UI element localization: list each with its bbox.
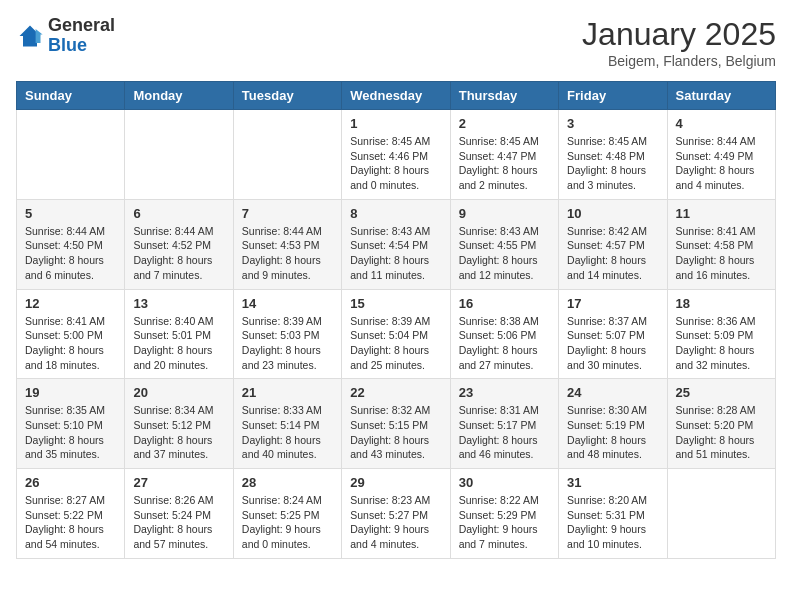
day-info: Sunrise: 8:43 AM Sunset: 4:55 PM Dayligh… bbox=[459, 224, 550, 283]
day-info: Sunrise: 8:20 AM Sunset: 5:31 PM Dayligh… bbox=[567, 493, 658, 552]
day-number: 18 bbox=[676, 296, 767, 311]
logo: General Blue bbox=[16, 16, 115, 56]
calendar-cell: 31Sunrise: 8:20 AM Sunset: 5:31 PM Dayli… bbox=[559, 469, 667, 559]
weekday-header-monday: Monday bbox=[125, 82, 233, 110]
day-number: 28 bbox=[242, 475, 333, 490]
calendar-week-1: 1Sunrise: 8:45 AM Sunset: 4:46 PM Daylig… bbox=[17, 110, 776, 200]
day-info: Sunrise: 8:45 AM Sunset: 4:48 PM Dayligh… bbox=[567, 134, 658, 193]
calendar-cell: 9Sunrise: 8:43 AM Sunset: 4:55 PM Daylig… bbox=[450, 199, 558, 289]
day-number: 12 bbox=[25, 296, 116, 311]
day-number: 11 bbox=[676, 206, 767, 221]
calendar-cell: 30Sunrise: 8:22 AM Sunset: 5:29 PM Dayli… bbox=[450, 469, 558, 559]
day-number: 15 bbox=[350, 296, 441, 311]
day-info: Sunrise: 8:40 AM Sunset: 5:01 PM Dayligh… bbox=[133, 314, 224, 373]
day-number: 27 bbox=[133, 475, 224, 490]
calendar-cell: 3Sunrise: 8:45 AM Sunset: 4:48 PM Daylig… bbox=[559, 110, 667, 200]
day-number: 19 bbox=[25, 385, 116, 400]
day-number: 30 bbox=[459, 475, 550, 490]
calendar-cell bbox=[233, 110, 341, 200]
day-number: 4 bbox=[676, 116, 767, 131]
calendar-cell: 19Sunrise: 8:35 AM Sunset: 5:10 PM Dayli… bbox=[17, 379, 125, 469]
calendar-cell: 2Sunrise: 8:45 AM Sunset: 4:47 PM Daylig… bbox=[450, 110, 558, 200]
day-number: 13 bbox=[133, 296, 224, 311]
calendar-week-2: 5Sunrise: 8:44 AM Sunset: 4:50 PM Daylig… bbox=[17, 199, 776, 289]
logo-icon bbox=[16, 22, 44, 50]
day-number: 1 bbox=[350, 116, 441, 131]
calendar-cell: 25Sunrise: 8:28 AM Sunset: 5:20 PM Dayli… bbox=[667, 379, 775, 469]
calendar-cell: 12Sunrise: 8:41 AM Sunset: 5:00 PM Dayli… bbox=[17, 289, 125, 379]
day-info: Sunrise: 8:33 AM Sunset: 5:14 PM Dayligh… bbox=[242, 403, 333, 462]
logo-general-text: General bbox=[48, 16, 115, 36]
calendar-cell: 15Sunrise: 8:39 AM Sunset: 5:04 PM Dayli… bbox=[342, 289, 450, 379]
calendar-cell bbox=[667, 469, 775, 559]
calendar-cell: 24Sunrise: 8:30 AM Sunset: 5:19 PM Dayli… bbox=[559, 379, 667, 469]
day-number: 23 bbox=[459, 385, 550, 400]
day-number: 8 bbox=[350, 206, 441, 221]
calendar-cell: 16Sunrise: 8:38 AM Sunset: 5:06 PM Dayli… bbox=[450, 289, 558, 379]
calendar-cell: 23Sunrise: 8:31 AM Sunset: 5:17 PM Dayli… bbox=[450, 379, 558, 469]
calendar-cell: 27Sunrise: 8:26 AM Sunset: 5:24 PM Dayli… bbox=[125, 469, 233, 559]
calendar-table: SundayMondayTuesdayWednesdayThursdayFrid… bbox=[16, 81, 776, 559]
day-info: Sunrise: 8:44 AM Sunset: 4:52 PM Dayligh… bbox=[133, 224, 224, 283]
day-number: 14 bbox=[242, 296, 333, 311]
day-number: 6 bbox=[133, 206, 224, 221]
calendar-cell: 8Sunrise: 8:43 AM Sunset: 4:54 PM Daylig… bbox=[342, 199, 450, 289]
calendar-cell: 6Sunrise: 8:44 AM Sunset: 4:52 PM Daylig… bbox=[125, 199, 233, 289]
day-number: 3 bbox=[567, 116, 658, 131]
month-title: January 2025 bbox=[582, 16, 776, 53]
weekday-header-sunday: Sunday bbox=[17, 82, 125, 110]
day-number: 9 bbox=[459, 206, 550, 221]
day-info: Sunrise: 8:27 AM Sunset: 5:22 PM Dayligh… bbox=[25, 493, 116, 552]
day-number: 17 bbox=[567, 296, 658, 311]
day-info: Sunrise: 8:31 AM Sunset: 5:17 PM Dayligh… bbox=[459, 403, 550, 462]
calendar-cell: 7Sunrise: 8:44 AM Sunset: 4:53 PM Daylig… bbox=[233, 199, 341, 289]
calendar-cell: 5Sunrise: 8:44 AM Sunset: 4:50 PM Daylig… bbox=[17, 199, 125, 289]
day-number: 29 bbox=[350, 475, 441, 490]
calendar-cell: 14Sunrise: 8:39 AM Sunset: 5:03 PM Dayli… bbox=[233, 289, 341, 379]
weekday-header-friday: Friday bbox=[559, 82, 667, 110]
calendar-cell: 11Sunrise: 8:41 AM Sunset: 4:58 PM Dayli… bbox=[667, 199, 775, 289]
logo-blue-text: Blue bbox=[48, 36, 115, 56]
weekday-header-saturday: Saturday bbox=[667, 82, 775, 110]
calendar-cell: 13Sunrise: 8:40 AM Sunset: 5:01 PM Dayli… bbox=[125, 289, 233, 379]
day-info: Sunrise: 8:23 AM Sunset: 5:27 PM Dayligh… bbox=[350, 493, 441, 552]
day-info: Sunrise: 8:35 AM Sunset: 5:10 PM Dayligh… bbox=[25, 403, 116, 462]
day-info: Sunrise: 8:41 AM Sunset: 4:58 PM Dayligh… bbox=[676, 224, 767, 283]
day-info: Sunrise: 8:41 AM Sunset: 5:00 PM Dayligh… bbox=[25, 314, 116, 373]
day-info: Sunrise: 8:42 AM Sunset: 4:57 PM Dayligh… bbox=[567, 224, 658, 283]
day-info: Sunrise: 8:38 AM Sunset: 5:06 PM Dayligh… bbox=[459, 314, 550, 373]
calendar-cell: 17Sunrise: 8:37 AM Sunset: 5:07 PM Dayli… bbox=[559, 289, 667, 379]
day-number: 16 bbox=[459, 296, 550, 311]
calendar-cell: 1Sunrise: 8:45 AM Sunset: 4:46 PM Daylig… bbox=[342, 110, 450, 200]
day-info: Sunrise: 8:44 AM Sunset: 4:50 PM Dayligh… bbox=[25, 224, 116, 283]
calendar-cell: 18Sunrise: 8:36 AM Sunset: 5:09 PM Dayli… bbox=[667, 289, 775, 379]
calendar-cell: 20Sunrise: 8:34 AM Sunset: 5:12 PM Dayli… bbox=[125, 379, 233, 469]
weekday-header-wednesday: Wednesday bbox=[342, 82, 450, 110]
logo-text: General Blue bbox=[48, 16, 115, 56]
location-text: Beigem, Flanders, Belgium bbox=[582, 53, 776, 69]
day-info: Sunrise: 8:45 AM Sunset: 4:47 PM Dayligh… bbox=[459, 134, 550, 193]
calendar-cell: 22Sunrise: 8:32 AM Sunset: 5:15 PM Dayli… bbox=[342, 379, 450, 469]
calendar-cell bbox=[125, 110, 233, 200]
day-info: Sunrise: 8:36 AM Sunset: 5:09 PM Dayligh… bbox=[676, 314, 767, 373]
day-info: Sunrise: 8:26 AM Sunset: 5:24 PM Dayligh… bbox=[133, 493, 224, 552]
calendar-cell: 28Sunrise: 8:24 AM Sunset: 5:25 PM Dayli… bbox=[233, 469, 341, 559]
calendar-week-5: 26Sunrise: 8:27 AM Sunset: 5:22 PM Dayli… bbox=[17, 469, 776, 559]
weekday-header-thursday: Thursday bbox=[450, 82, 558, 110]
weekday-header-tuesday: Tuesday bbox=[233, 82, 341, 110]
calendar-week-4: 19Sunrise: 8:35 AM Sunset: 5:10 PM Dayli… bbox=[17, 379, 776, 469]
day-number: 7 bbox=[242, 206, 333, 221]
day-info: Sunrise: 8:34 AM Sunset: 5:12 PM Dayligh… bbox=[133, 403, 224, 462]
day-info: Sunrise: 8:39 AM Sunset: 5:04 PM Dayligh… bbox=[350, 314, 441, 373]
day-number: 31 bbox=[567, 475, 658, 490]
day-info: Sunrise: 8:44 AM Sunset: 4:49 PM Dayligh… bbox=[676, 134, 767, 193]
day-info: Sunrise: 8:28 AM Sunset: 5:20 PM Dayligh… bbox=[676, 403, 767, 462]
day-info: Sunrise: 8:39 AM Sunset: 5:03 PM Dayligh… bbox=[242, 314, 333, 373]
calendar-cell: 10Sunrise: 8:42 AM Sunset: 4:57 PM Dayli… bbox=[559, 199, 667, 289]
day-info: Sunrise: 8:44 AM Sunset: 4:53 PM Dayligh… bbox=[242, 224, 333, 283]
day-info: Sunrise: 8:45 AM Sunset: 4:46 PM Dayligh… bbox=[350, 134, 441, 193]
title-block: January 2025 Beigem, Flanders, Belgium bbox=[582, 16, 776, 69]
day-info: Sunrise: 8:22 AM Sunset: 5:29 PM Dayligh… bbox=[459, 493, 550, 552]
calendar-cell bbox=[17, 110, 125, 200]
day-number: 5 bbox=[25, 206, 116, 221]
